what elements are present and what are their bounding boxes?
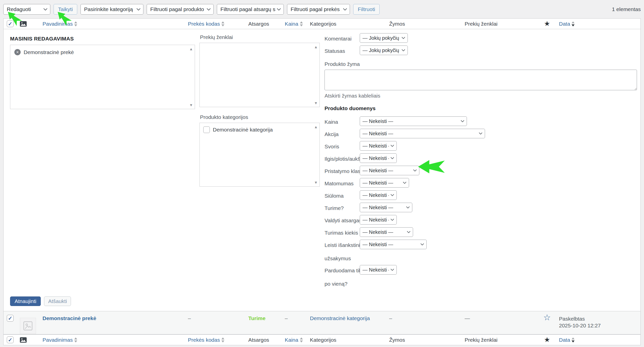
column-header-sku-link[interactable]: Prekės kodas — [188, 337, 220, 343]
tag-help-text: Atskirti žymas kableliais — [325, 93, 637, 99]
field-row-featured: Siūloma — Nekeisti — — [325, 190, 637, 200]
column-header-date-link[interactable]: Data — [559, 337, 570, 343]
select-value: — Nekeisti — — [363, 242, 393, 247]
scroll-down-icon[interactable]: ▼ — [314, 181, 318, 184]
select-all-checkbox[interactable]: ✓ — [7, 20, 14, 27]
backorders-select[interactable]: — Nekeisti — — [360, 240, 427, 249]
sold-individually-select[interactable]: — Nekeisti — — [360, 265, 397, 275]
chevron-down-icon — [420, 243, 424, 246]
column-header-sku[interactable]: Prekės kodas — [185, 337, 246, 343]
field-label: Parduodama tik — [325, 267, 360, 274]
chevron-down-icon — [390, 194, 394, 196]
column-header-date-link[interactable]: Data — [559, 21, 570, 27]
category-filter-select[interactable]: Pasirinkite kategoriją — [80, 4, 143, 15]
brands-box-label: Prekių ženklai — [200, 34, 320, 40]
weight-select[interactable]: — Nekeisti — — [360, 141, 397, 151]
products-list-page: Redaguoti Taikyti Pasirinkite kategoriją… — [0, 0, 644, 347]
dimensions-select[interactable]: — Nekeisti — — [360, 153, 397, 163]
bulk-edit-panel: MASINIS REDAGAVIMAS ▲ ✕ Demonstracinė pr… — [4, 29, 640, 311]
column-header-name[interactable]: Pavadinimas — [40, 21, 185, 27]
field-label: Akcija — [325, 131, 360, 138]
chevron-down-icon — [207, 8, 211, 11]
column-header-date[interactable]: Data — [556, 337, 640, 343]
field-row-sold-individually: Parduodama tik po vieną? — Nekeisti — — [325, 265, 637, 288]
field-label-line2: po vieną? — [325, 280, 360, 288]
chevron-down-icon — [277, 8, 281, 11]
price-select[interactable]: — Nekeisti — — [360, 116, 467, 126]
chevron-down-icon — [401, 37, 405, 39]
scroll-up-icon[interactable]: ▲ — [189, 47, 193, 51]
column-header-categories: Kategorijos — [307, 337, 387, 343]
stock-status-filter-select[interactable]: Filtruoti pagal atsargų statu — [217, 4, 284, 15]
product-category-link[interactable]: Demonstracinė kategorija — [310, 315, 370, 321]
product-tag-textarea[interactable] — [325, 70, 637, 90]
column-header-price-link[interactable]: Kaina — [285, 337, 298, 343]
column-header-date[interactable]: Data — [556, 21, 640, 27]
column-header-sku-link[interactable]: Prekės kodas — [188, 21, 220, 27]
sale-select[interactable]: — Nekeisti — — [360, 129, 485, 138]
column-header-name-link[interactable]: Pavadinimas — [43, 337, 73, 343]
brand-filter-select[interactable]: Filtruoti pagal prekės ženkl — [287, 4, 350, 15]
field-row-status: Statusas — Jokių pokyčių — — [325, 46, 637, 55]
select-value: — Jokių pokyčių — — [363, 48, 400, 53]
select-value: — Nekeisti — — [363, 180, 393, 186]
bulk-action-select[interactable]: Redaguoti — [3, 4, 50, 15]
scroll-down-icon[interactable]: ▼ — [189, 103, 193, 107]
status-select[interactable]: — Jokių pokyčių — — [360, 46, 408, 55]
remove-item-icon[interactable]: ✕ — [14, 49, 21, 55]
cancel-button[interactable]: Atšaukti — [44, 296, 71, 306]
category-option-label: Demonstracinė kategorija — [213, 127, 273, 133]
field-label: Matomumas — [325, 180, 360, 187]
select-value: — Nekeisti — — [363, 192, 389, 198]
column-header-price[interactable]: Kaina — [282, 21, 307, 27]
product-name-link[interactable]: Demonstracinė prekė — [43, 315, 96, 321]
row-checkbox[interactable]: ✓ — [7, 315, 14, 322]
shipping-class-select[interactable]: — Nekeisti — — [360, 166, 419, 175]
column-header-sku[interactable]: Prekės kodas — [185, 21, 246, 27]
field-row-dimensions: Ilgis/plotis/aukštis — Nekeisti — — [325, 153, 637, 163]
featured-select[interactable]: — Nekeisti — — [360, 190, 397, 200]
field-label: Kaina — [325, 118, 360, 126]
selected-product-name: Demonstracinė prekė — [24, 49, 74, 55]
select-all-checkbox-bottom[interactable]: ✓ — [7, 336, 14, 343]
in-stock-select[interactable]: — Nekeisti — — [360, 203, 412, 212]
visibility-select[interactable]: — Nekeisti — — [360, 178, 409, 188]
field-label: Leisti išankstinius — [325, 241, 360, 249]
column-header-name-link[interactable]: Pavadinimas — [43, 21, 73, 27]
product-type-filter-select[interactable]: Filtruoti pagal produkto tip — [147, 4, 214, 15]
scroll-up-icon[interactable]: ▲ — [314, 45, 318, 49]
sort-arrows-icon — [221, 337, 224, 342]
manage-stock-select[interactable]: — Nekeisti — — [360, 215, 397, 225]
field-row-weight: Svoris — Nekeisti — — [325, 141, 637, 151]
categories-box-label: Produkto kategorijos — [200, 114, 320, 120]
brand-filter-value: Filtruoti pagal prekės ženkl — [291, 6, 341, 12]
column-header-name[interactable]: Pavadinimas — [40, 337, 185, 343]
table-header-bottom: ✓ Pavadinimas Prekės kodas Atsargos Kain… — [4, 334, 640, 345]
stock-qty-select[interactable]: — Nekeisti — — [360, 227, 413, 237]
field-row-manage-stock: Valdyti atsargas? — Nekeisti — — [325, 215, 637, 225]
update-button[interactable]: Atnaujinti — [10, 296, 41, 306]
scroll-up-icon[interactable]: ▲ — [314, 125, 318, 129]
category-checkbox[interactable] — [203, 126, 210, 133]
chevron-down-icon — [390, 219, 394, 221]
select-value: — Nekeisti — — [363, 118, 393, 124]
column-header-price-link[interactable]: Kaina — [285, 21, 298, 27]
field-label: Siūloma — [325, 192, 360, 200]
sort-arrows-icon — [221, 21, 224, 26]
column-header-price[interactable]: Kaina — [282, 337, 307, 343]
column-header-categories: Kategorijos — [307, 21, 387, 27]
stock-status-filter-value: Filtruoti pagal atsargų statu — [220, 6, 275, 12]
field-row-in-stock: Turime? — Nekeisti — — [325, 203, 637, 212]
comments-select[interactable]: — Jokių pokyčių — — [360, 33, 408, 43]
featured-toggle-star-icon[interactable]: ☆ — [543, 313, 551, 322]
column-header-brands: Prekių ženklai — [462, 337, 538, 343]
product-type-filter-value: Filtruoti pagal produkto tip — [150, 6, 205, 12]
field-row-price: Kaina — Nekeisti — — [325, 116, 637, 126]
apply-button[interactable]: Taikyti — [54, 4, 77, 15]
filter-button[interactable]: Filtruoti — [353, 4, 380, 15]
field-label: Valdyti atsargas? — [325, 217, 360, 224]
select-value: — Nekeisti — — [363, 205, 393, 210]
sort-arrows-icon — [74, 337, 77, 342]
scroll-down-icon[interactable]: ▼ — [314, 101, 318, 105]
field-row-comments: Komentarai — Jokių pokyčių — — [325, 33, 637, 43]
